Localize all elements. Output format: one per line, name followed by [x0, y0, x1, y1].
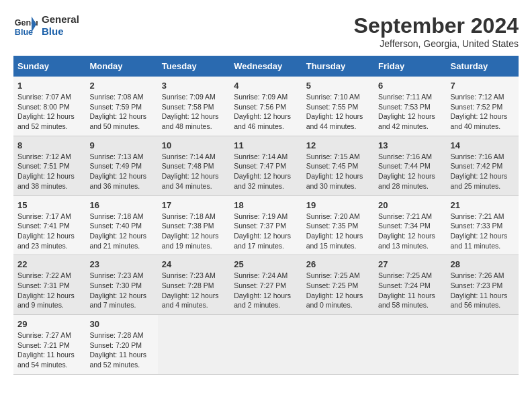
day-number: 12 — [306, 140, 370, 150]
calendar-week-row: 29 Sunrise: 7:27 AMSunset: 7:21 PMDaylig… — [13, 315, 519, 375]
weekday-header-tuesday: Tuesday — [158, 56, 230, 77]
day-info: Sunrise: 7:07 AMSunset: 8:00 PMDaylight:… — [17, 93, 75, 130]
day-info: Sunrise: 7:28 AMSunset: 7:20 PMDaylight:… — [89, 331, 146, 369]
weekday-header-sunday: Sunday — [13, 56, 85, 77]
day-number: 28 — [451, 259, 515, 269]
day-number: 29 — [17, 319, 81, 329]
weekday-header-saturday: Saturday — [447, 56, 519, 77]
day-number: 13 — [378, 140, 442, 150]
calendar-cell: 24 Sunrise: 7:23 AMSunset: 7:28 PMDaylig… — [158, 255, 230, 315]
calendar-cell: 14 Sunrise: 7:16 AMSunset: 7:42 PMDaylig… — [447, 136, 519, 195]
day-info: Sunrise: 7:09 AMSunset: 7:56 PMDaylight:… — [234, 93, 291, 130]
weekday-header-wednesday: Wednesday — [230, 56, 302, 77]
calendar-cell — [447, 315, 519, 375]
logo-general: General — [42, 13, 79, 26]
title-area: September 2024 Jefferson, Georgia, Unite… — [354, 13, 519, 49]
calendar-cell: 18 Sunrise: 7:19 AMSunset: 7:37 PMDaylig… — [230, 195, 302, 255]
day-info: Sunrise: 7:12 AMSunset: 7:52 PMDaylight:… — [451, 93, 508, 130]
calendar-week-row: 15 Sunrise: 7:17 AMSunset: 7:41 PMDaylig… — [13, 195, 519, 255]
weekday-header-row: SundayMondayTuesdayWednesdayThursdayFrid… — [13, 56, 519, 77]
calendar-cell: 11 Sunrise: 7:14 AMSunset: 7:47 PMDaylig… — [230, 136, 302, 195]
day-info: Sunrise: 7:22 AMSunset: 7:31 PMDaylight:… — [17, 271, 75, 309]
calendar-cell: 28 Sunrise: 7:26 AMSunset: 7:23 PMDaylig… — [447, 255, 519, 315]
day-number: 8 — [17, 140, 81, 150]
calendar-cell: 4 Sunrise: 7:09 AMSunset: 7:56 PMDayligh… — [230, 77, 302, 136]
day-info: Sunrise: 7:10 AMSunset: 7:55 PMDaylight:… — [306, 93, 363, 130]
calendar-cell: 22 Sunrise: 7:22 AMSunset: 7:31 PMDaylig… — [13, 255, 85, 315]
logo: General Blue General Blue — [13, 13, 79, 38]
day-info: Sunrise: 7:23 AMSunset: 7:30 PMDaylight:… — [89, 271, 146, 309]
calendar-cell: 3 Sunrise: 7:09 AMSunset: 7:58 PMDayligh… — [158, 77, 230, 136]
weekday-header-thursday: Thursday — [302, 56, 374, 77]
page-header: General Blue General Blue September 2024… — [13, 13, 519, 49]
calendar-cell: 27 Sunrise: 7:25 AMSunset: 7:24 PMDaylig… — [374, 255, 446, 315]
day-info: Sunrise: 7:14 AMSunset: 7:48 PMDaylight:… — [162, 152, 219, 190]
day-number: 7 — [451, 81, 515, 91]
calendar-cell: 2 Sunrise: 7:08 AMSunset: 7:59 PMDayligh… — [85, 77, 157, 136]
day-number: 27 — [378, 259, 442, 269]
calendar-cell: 9 Sunrise: 7:13 AMSunset: 7:49 PMDayligh… — [85, 136, 157, 195]
day-info: Sunrise: 7:12 AMSunset: 7:51 PMDaylight:… — [17, 152, 75, 190]
weekday-header-friday: Friday — [374, 56, 446, 77]
day-number: 4 — [234, 81, 298, 91]
calendar-cell: 10 Sunrise: 7:14 AMSunset: 7:48 PMDaylig… — [158, 136, 230, 195]
calendar-cell: 7 Sunrise: 7:12 AMSunset: 7:52 PMDayligh… — [447, 77, 519, 136]
day-number: 26 — [306, 259, 370, 269]
day-number: 22 — [17, 259, 81, 269]
day-info: Sunrise: 7:27 AMSunset: 7:21 PMDaylight:… — [17, 331, 75, 369]
day-info: Sunrise: 7:18 AMSunset: 7:40 PMDaylight:… — [89, 212, 146, 250]
day-info: Sunrise: 7:16 AMSunset: 7:42 PMDaylight:… — [451, 152, 508, 190]
day-info: Sunrise: 7:09 AMSunset: 7:58 PMDaylight:… — [162, 93, 219, 130]
day-info: Sunrise: 7:20 AMSunset: 7:35 PMDaylight:… — [306, 212, 363, 250]
calendar-cell: 6 Sunrise: 7:11 AMSunset: 7:53 PMDayligh… — [374, 77, 446, 136]
day-info: Sunrise: 7:14 AMSunset: 7:47 PMDaylight:… — [234, 152, 291, 190]
day-info: Sunrise: 7:25 AMSunset: 7:25 PMDaylight:… — [306, 271, 363, 309]
calendar-cell: 1 Sunrise: 7:07 AMSunset: 8:00 PMDayligh… — [13, 77, 85, 136]
day-number: 17 — [162, 200, 226, 210]
logo-icon: General Blue — [13, 13, 38, 38]
calendar-cell: 16 Sunrise: 7:18 AMSunset: 7:40 PMDaylig… — [85, 195, 157, 255]
day-number: 5 — [306, 81, 370, 91]
day-number: 2 — [89, 81, 153, 91]
day-info: Sunrise: 7:11 AMSunset: 7:53 PMDaylight:… — [378, 93, 435, 130]
calendar-cell: 15 Sunrise: 7:17 AMSunset: 7:41 PMDaylig… — [13, 195, 85, 255]
day-info: Sunrise: 7:18 AMSunset: 7:38 PMDaylight:… — [162, 212, 219, 250]
day-number: 9 — [89, 140, 153, 150]
day-number: 23 — [89, 259, 153, 269]
day-number: 11 — [234, 140, 298, 150]
calendar-cell: 20 Sunrise: 7:21 AMSunset: 7:34 PMDaylig… — [374, 195, 446, 255]
calendar-cell: 23 Sunrise: 7:23 AMSunset: 7:30 PMDaylig… — [85, 255, 157, 315]
day-number: 6 — [378, 81, 442, 91]
calendar-cell: 12 Sunrise: 7:15 AMSunset: 7:45 PMDaylig… — [302, 136, 374, 195]
calendar-cell: 8 Sunrise: 7:12 AMSunset: 7:51 PMDayligh… — [13, 136, 85, 195]
day-info: Sunrise: 7:21 AMSunset: 7:34 PMDaylight:… — [378, 212, 435, 250]
calendar-cell: 13 Sunrise: 7:16 AMSunset: 7:44 PMDaylig… — [374, 136, 446, 195]
calendar-cell: 5 Sunrise: 7:10 AMSunset: 7:55 PMDayligh… — [302, 77, 374, 136]
day-number: 10 — [162, 140, 226, 150]
day-info: Sunrise: 7:16 AMSunset: 7:44 PMDaylight:… — [378, 152, 435, 190]
day-number: 24 — [162, 259, 226, 269]
day-info: Sunrise: 7:13 AMSunset: 7:49 PMDaylight:… — [89, 152, 146, 190]
day-info: Sunrise: 7:25 AMSunset: 7:24 PMDaylight:… — [378, 271, 435, 309]
day-number: 20 — [378, 200, 442, 210]
day-number: 18 — [234, 200, 298, 210]
day-number: 3 — [162, 81, 226, 91]
calendar-cell: 19 Sunrise: 7:20 AMSunset: 7:35 PMDaylig… — [302, 195, 374, 255]
calendar-week-row: 22 Sunrise: 7:22 AMSunset: 7:31 PMDaylig… — [13, 255, 519, 315]
calendar-cell: 30 Sunrise: 7:28 AMSunset: 7:20 PMDaylig… — [85, 315, 157, 375]
calendar-cell — [302, 315, 374, 375]
day-number: 19 — [306, 200, 370, 210]
day-number: 25 — [234, 259, 298, 269]
day-number: 15 — [17, 200, 81, 210]
day-info: Sunrise: 7:15 AMSunset: 7:45 PMDaylight:… — [306, 152, 363, 190]
calendar-cell: 25 Sunrise: 7:24 AMSunset: 7:27 PMDaylig… — [230, 255, 302, 315]
month-title: September 2024 — [354, 13, 519, 38]
calendar-week-row: 8 Sunrise: 7:12 AMSunset: 7:51 PMDayligh… — [13, 136, 519, 195]
day-number: 16 — [89, 200, 153, 210]
calendar-cell: 29 Sunrise: 7:27 AMSunset: 7:21 PMDaylig… — [13, 315, 85, 375]
calendar-cell: 21 Sunrise: 7:21 AMSunset: 7:33 PMDaylig… — [447, 195, 519, 255]
logo-blue: Blue — [42, 26, 79, 38]
calendar-week-row: 1 Sunrise: 7:07 AMSunset: 8:00 PMDayligh… — [13, 77, 519, 136]
day-number: 1 — [17, 81, 81, 91]
calendar-cell — [374, 315, 446, 375]
